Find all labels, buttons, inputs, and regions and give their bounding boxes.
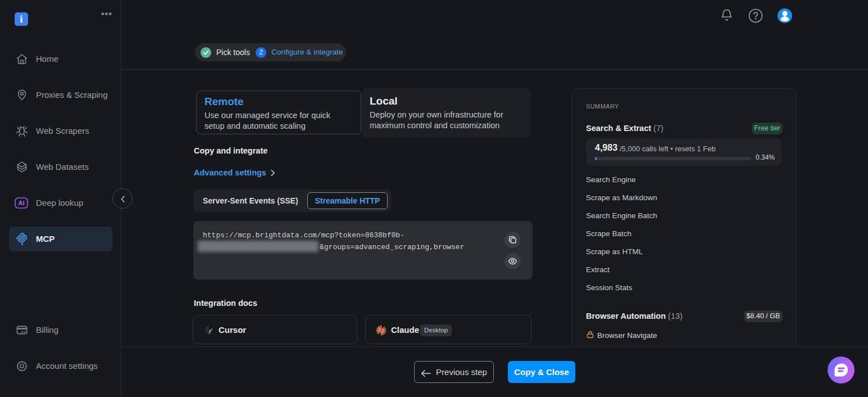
- svg-text:AI: AI: [18, 200, 25, 206]
